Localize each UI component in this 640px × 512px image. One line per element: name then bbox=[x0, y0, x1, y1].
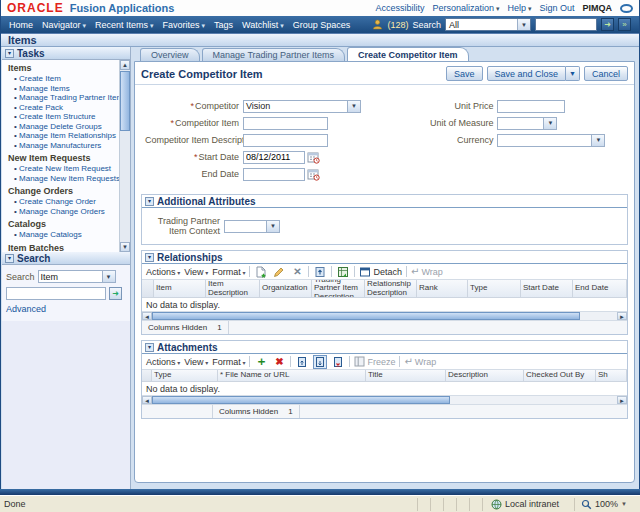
nav-home[interactable]: Home bbox=[9, 20, 33, 30]
additional-attributes-header[interactable]: ▾ Additional Attributes bbox=[142, 195, 627, 208]
freeze-button[interactable]: Freeze bbox=[354, 356, 395, 367]
collapse-icon[interactable]: ▾ bbox=[145, 197, 154, 206]
scrollbar-thumb[interactable] bbox=[120, 71, 130, 131]
edit-icon[interactable] bbox=[272, 265, 286, 279]
delete-icon[interactable]: ✕ bbox=[290, 265, 304, 279]
attachments-hscrollbar[interactable]: ◄ ► bbox=[142, 395, 627, 405]
scroll-right-icon[interactable]: ► bbox=[617, 396, 627, 404]
actions-menu[interactable]: Actions bbox=[146, 357, 180, 367]
personalization-menu[interactable]: Personalization bbox=[432, 3, 499, 13]
sidebar-search-go-button[interactable]: ➜ bbox=[109, 287, 122, 300]
wrap-button[interactable]: ↵ Wrap bbox=[404, 356, 436, 367]
chevron-down-icon[interactable]: ▼ bbox=[543, 118, 556, 129]
check-out-icon[interactable] bbox=[295, 355, 309, 369]
collapse-icon[interactable]: ▾ bbox=[5, 49, 14, 58]
save-and-close-button[interactable]: Save and Close bbox=[487, 66, 567, 81]
task-link-manage-trading-partner-items[interactable]: Manage Trading Partner Items bbox=[14, 93, 118, 103]
relationships-hscrollbar[interactable]: ◄ ► bbox=[142, 311, 627, 321]
export-to-excel-icon[interactable] bbox=[336, 265, 350, 279]
view-menu[interactable]: View bbox=[184, 357, 208, 367]
wrap-button[interactable]: ↵ Wrap bbox=[411, 266, 443, 277]
column-header[interactable]: Rank bbox=[417, 280, 468, 297]
nav-group-spaces[interactable]: Group Spaces bbox=[293, 20, 351, 30]
scrollbar-thumb[interactable] bbox=[152, 396, 450, 404]
search-go-button[interactable]: ➜ bbox=[601, 18, 614, 31]
tab-overview[interactable]: Overview bbox=[140, 48, 200, 61]
scroll-left-icon[interactable]: ◄ bbox=[142, 396, 152, 404]
scroll-up-icon[interactable]: ▲ bbox=[120, 60, 130, 70]
task-link-create-change-order[interactable]: Create Change Order bbox=[14, 197, 118, 207]
add-attachment-icon[interactable]: ＋ bbox=[254, 355, 268, 369]
search-scope-select[interactable]: All ▼ bbox=[445, 18, 531, 31]
attachments-header[interactable]: ▾ Attachments bbox=[142, 341, 627, 354]
sidebar-search-input[interactable] bbox=[6, 287, 106, 300]
task-link-manage-new-item-requests[interactable]: Manage New Item Requests bbox=[14, 174, 118, 184]
scroll-left-icon[interactable]: ◄ bbox=[142, 312, 152, 320]
advanced-search-button[interactable]: » bbox=[618, 18, 631, 31]
format-menu[interactable]: Format bbox=[212, 267, 245, 277]
task-link-create-pack[interactable]: Create Pack bbox=[14, 103, 118, 113]
task-link-manage-change-orders[interactable]: Manage Change Orders bbox=[14, 207, 118, 217]
unit-of-measure-select[interactable]: ▼ bbox=[497, 117, 557, 130]
nav-watchlist[interactable]: Watchlist bbox=[242, 20, 284, 30]
column-header[interactable]: Description bbox=[446, 370, 524, 381]
view-menu[interactable]: View bbox=[184, 267, 208, 277]
tasks-pane-header[interactable]: ▾ Tasks bbox=[2, 47, 130, 60]
calendar-icon[interactable] bbox=[307, 151, 320, 164]
relationships-header[interactable]: ▾ Relationships bbox=[142, 251, 627, 264]
save-button[interactable]: Save bbox=[446, 66, 483, 81]
tasks-scrollbar[interactable]: ▲ ▼ bbox=[119, 60, 130, 252]
column-header[interactable]: Item Description bbox=[206, 280, 260, 297]
cancel-button[interactable]: Cancel bbox=[584, 66, 628, 81]
currency-select[interactable]: ▼ bbox=[497, 134, 605, 147]
task-link-manage-catalogs[interactable]: Manage Catalogs bbox=[14, 230, 118, 240]
task-link-create-new-item-request[interactable]: Create New Item Request bbox=[14, 164, 118, 174]
actions-menu[interactable]: Actions bbox=[146, 267, 180, 277]
cancel-check-out-icon[interactable] bbox=[331, 355, 345, 369]
column-header[interactable]: Type bbox=[468, 280, 521, 297]
format-menu[interactable]: Format bbox=[212, 357, 245, 367]
competitor-select[interactable]: Vision ▼ bbox=[243, 100, 361, 113]
collapse-icon[interactable]: ▾ bbox=[5, 254, 14, 263]
zoom-control[interactable]: 100% ▼ bbox=[574, 498, 640, 511]
chevron-down-icon[interactable]: ▼ bbox=[266, 221, 279, 232]
competitor-item-input[interactable] bbox=[243, 117, 328, 130]
nav-navigator[interactable]: Navigator bbox=[42, 20, 86, 30]
column-header[interactable]: Title bbox=[366, 370, 446, 381]
nav-tags[interactable]: Tags bbox=[214, 20, 233, 30]
collapse-icon[interactable]: ▾ bbox=[145, 253, 154, 262]
task-link-manage-item-relationships[interactable]: Manage Item Relationships bbox=[14, 131, 118, 141]
scroll-down-icon[interactable]: ▼ bbox=[120, 242, 130, 252]
column-header[interactable]: Relationship Description bbox=[365, 280, 417, 297]
task-link-manage-delete-groups[interactable]: Manage Delete Groups bbox=[14, 122, 118, 132]
search-type-select[interactable]: Item ▼ bbox=[38, 270, 116, 283]
accessibility-link[interactable]: Accessibility bbox=[375, 3, 424, 13]
column-header[interactable]: Sh bbox=[596, 370, 627, 381]
zoom-menu-icon[interactable]: ▼ bbox=[621, 501, 627, 507]
unit-price-input[interactable] bbox=[497, 100, 565, 113]
collapse-icon[interactable]: ▾ bbox=[145, 343, 154, 352]
task-link-manage-manufacturers[interactable]: Manage Manufacturers bbox=[14, 141, 118, 151]
delete-attachment-icon[interactable]: ✖ bbox=[272, 355, 286, 369]
task-link-create-item-structure[interactable]: Create Item Structure bbox=[14, 112, 118, 122]
column-header[interactable]: End Date bbox=[573, 280, 627, 297]
check-in-icon[interactable] bbox=[313, 355, 327, 369]
column-header[interactable]: Organization bbox=[260, 280, 312, 297]
scrollbar-thumb[interactable] bbox=[152, 312, 580, 320]
calendar-icon[interactable] bbox=[307, 168, 320, 181]
tab-manage-trading-partner-items[interactable]: Manage Trading Partner Items bbox=[202, 48, 346, 61]
task-link-manage-items[interactable]: Manage Items bbox=[14, 84, 118, 94]
start-date-input[interactable] bbox=[243, 151, 305, 164]
column-header[interactable]: Checked Out By bbox=[524, 370, 596, 381]
column-header[interactable]: Trading Partner Item Description bbox=[312, 280, 365, 297]
tab-create-competitor-item[interactable]: Create Competitor Item bbox=[347, 47, 469, 61]
watchlist-count[interactable]: (128) bbox=[387, 20, 408, 30]
column-header[interactable]: Item bbox=[154, 280, 206, 297]
nav-favorites[interactable]: Favorites bbox=[163, 20, 205, 30]
save-and-close-menu-icon[interactable]: ▼ bbox=[566, 66, 580, 81]
scroll-right-icon[interactable]: ► bbox=[617, 312, 627, 320]
competitor-item-description-input[interactable] bbox=[243, 134, 328, 147]
help-menu[interactable]: Help bbox=[507, 3, 531, 13]
create-icon[interactable] bbox=[254, 265, 268, 279]
chevron-down-icon[interactable]: ▼ bbox=[102, 271, 115, 282]
